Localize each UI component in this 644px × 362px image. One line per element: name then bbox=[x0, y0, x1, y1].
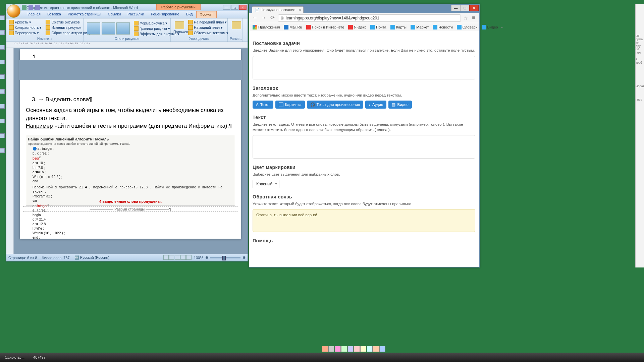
pill-image[interactable]: Картинка bbox=[275, 101, 305, 109]
contrast-button[interactable]: Контрастность ▾ bbox=[8, 25, 42, 30]
video-icon bbox=[482, 25, 486, 29]
ribbon: Яркость ▾ Контрастность ▾ Перекрасить ▾ … bbox=[6, 18, 248, 42]
position-button[interactable]: Положение bbox=[173, 20, 186, 37]
minimize-button[interactable]: — bbox=[223, 5, 230, 10]
color-select[interactable]: Красный bbox=[253, 180, 279, 188]
bookmark-star-icon[interactable]: ☆ bbox=[464, 15, 468, 21]
taskbar-item[interactable]: 407497 bbox=[31, 355, 48, 360]
close-button[interactable]: ✕ bbox=[239, 5, 247, 10]
taskbar-item[interactable]: Одноклас... bbox=[2, 355, 27, 360]
section-help-title: Помощь bbox=[253, 238, 475, 243]
reset-icon bbox=[46, 31, 50, 35]
size-button[interactable] bbox=[230, 20, 243, 31]
status-words[interactable]: Число слов: 787 bbox=[42, 256, 70, 260]
tab-insert[interactable]: Вставка bbox=[44, 11, 64, 18]
overflow-chevron-icon[interactable]: » bbox=[501, 25, 503, 29]
mail-icon bbox=[370, 25, 375, 29]
text-input[interactable] bbox=[253, 135, 475, 159]
ruler-horizontal[interactable]: · 1 · 2 · 3 · 4 · 5 · 6 · 7 · 8 · 9 · 10… bbox=[6, 42, 248, 48]
style-thumb[interactable] bbox=[102, 22, 115, 35]
redo-icon[interactable] bbox=[35, 5, 40, 10]
close-tab-icon[interactable]: ✕ bbox=[299, 8, 301, 12]
group-label-size: Разме... bbox=[230, 37, 240, 41]
tab-references[interactable]: Ссылки bbox=[105, 11, 124, 18]
shape-icon bbox=[134, 21, 139, 25]
zoom-value[interactable]: 130% bbox=[194, 256, 203, 260]
document-page[interactable]: ¶ 3. → Выделить слова¶ Основная задача э… bbox=[20, 49, 241, 239]
embedded-screenshot[interactable]: Найди ошибки линейный алгоритм Паскаль П… bbox=[26, 135, 235, 206]
chrome-tab[interactable]: 📄 Не задано название ✕ bbox=[252, 6, 304, 13]
bm-market[interactable]: Маркет bbox=[409, 24, 430, 30]
feedback-input[interactable]: Отлично, ты выполнил всё верно! bbox=[253, 209, 475, 232]
maximize-button[interactable]: □ bbox=[231, 5, 238, 10]
word-title-text: Создание интерактивных приложений в обла… bbox=[26, 6, 138, 10]
menu-button[interactable]: ≡ bbox=[471, 15, 477, 21]
style-thumb[interactable] bbox=[87, 22, 100, 35]
bm-search[interactable]: Поиск в Интернете bbox=[305, 24, 345, 30]
contrast-icon bbox=[9, 25, 14, 30]
reload-button[interactable]: ⟳ bbox=[269, 15, 275, 21]
style-thumb[interactable] bbox=[116, 22, 130, 35]
group-label-styles: Стили рисунков bbox=[86, 37, 168, 41]
tab-mailings[interactable]: Рассылки bbox=[124, 11, 147, 18]
forward-button[interactable]: → bbox=[261, 15, 267, 21]
close-button[interactable]: ✕ bbox=[469, 5, 479, 11]
section-feedback-desc: Укажите текст, который будет отображатьс… bbox=[253, 201, 475, 207]
zoom-in-button[interactable]: ⊕ bbox=[243, 255, 246, 260]
task-input[interactable] bbox=[253, 56, 475, 79]
save-icon[interactable] bbox=[22, 5, 26, 10]
pill-text[interactable]: AТекст bbox=[253, 101, 273, 109]
section-color-title: Цвет маркировки bbox=[253, 165, 475, 170]
quick-access-toolbar[interactable] bbox=[22, 5, 40, 10]
code-block-1: 🔵 a : integer ; b , c : real ; begi⊘ a :… bbox=[28, 146, 233, 183]
bm-mailru[interactable]: Mail.Ru bbox=[282, 24, 303, 30]
ruler-vertical[interactable] bbox=[6, 48, 14, 254]
word-window-buttons: — □ ✕ bbox=[223, 5, 247, 10]
picture-styles-gallery[interactable] bbox=[86, 21, 131, 36]
pill-audio[interactable]: ♪Аудио bbox=[365, 101, 386, 109]
minimize-button[interactable]: — bbox=[451, 5, 461, 11]
word-window: Создание интерактивных приложений в обла… bbox=[6, 4, 248, 261]
bring-front-button[interactable]: На передний план ▾ bbox=[187, 20, 229, 24]
bm-mail[interactable]: Почта bbox=[369, 24, 388, 30]
recolor-button[interactable]: Перекрасить ▾ bbox=[8, 31, 42, 35]
text-wrap-button[interactable]: Обтекание текстом ▾ bbox=[187, 31, 229, 35]
tab-review[interactable]: Рецензирование bbox=[148, 11, 183, 18]
office-button[interactable] bbox=[7, 4, 20, 18]
brightness-icon bbox=[9, 20, 14, 24]
undo-icon[interactable] bbox=[29, 5, 33, 10]
desktop-icons-sliver bbox=[0, 5, 5, 260]
back-button[interactable]: ← bbox=[252, 15, 258, 21]
search-icon bbox=[306, 25, 311, 29]
doc-paragraph: Основная задача этой игры в том, чтобы в… bbox=[23, 106, 238, 133]
status-page[interactable]: Страница: 6 из 8 bbox=[8, 256, 37, 260]
zoom-slider[interactable] bbox=[210, 257, 240, 258]
tab-format[interactable]: Формат bbox=[196, 11, 217, 18]
ribbon-tabs: Главная Вставка Разметка страницы Ссылки… bbox=[6, 11, 248, 18]
pill-video[interactable]: ▦Видео bbox=[388, 101, 412, 109]
front-icon bbox=[188, 20, 193, 24]
tab-view[interactable]: Вид bbox=[183, 11, 196, 18]
address-bar[interactable]: 🗎 learningapps.org/display?new=148&v=phd… bbox=[278, 14, 461, 22]
tab-layout[interactable]: Разметка страницы bbox=[64, 11, 105, 18]
maximize-button[interactable]: □ bbox=[460, 5, 470, 11]
pill-tts[interactable]: 🎧Текст для произнесения bbox=[307, 101, 364, 109]
send-back-button[interactable]: На задний план ▾ bbox=[187, 25, 229, 30]
zoom-out-button[interactable]: ⊖ bbox=[205, 255, 208, 260]
status-lang[interactable]: 🔤 Русский (Россия) bbox=[74, 255, 109, 260]
bm-yandex[interactable]: Яндекс bbox=[347, 24, 368, 30]
section-header-desc: Дополнительно можно ввести текст, изобра… bbox=[253, 93, 475, 98]
bm-dict[interactable]: Словари bbox=[455, 24, 479, 30]
bm-news[interactable]: Новости bbox=[431, 24, 454, 30]
page-content[interactable]: Постановка задачи Введите Задание для эт… bbox=[249, 31, 479, 267]
brightness-button[interactable]: Яркость ▾ bbox=[8, 20, 42, 24]
bm-maps[interactable]: Карты bbox=[389, 24, 408, 30]
bm-video[interactable]: Видео bbox=[480, 24, 499, 30]
tab-home[interactable]: Главная bbox=[23, 11, 44, 18]
address-bar-row: ← → ⟳ 🗎 learningapps.org/display?new=148… bbox=[249, 13, 479, 23]
contextual-tab-group: Работа с рисунками bbox=[156, 4, 201, 10]
effects-icon bbox=[134, 32, 139, 36]
view-buttons[interactable] bbox=[163, 255, 192, 260]
section-text-title: Текст bbox=[253, 115, 475, 120]
bm-apps[interactable]: Приложения bbox=[251, 24, 281, 30]
